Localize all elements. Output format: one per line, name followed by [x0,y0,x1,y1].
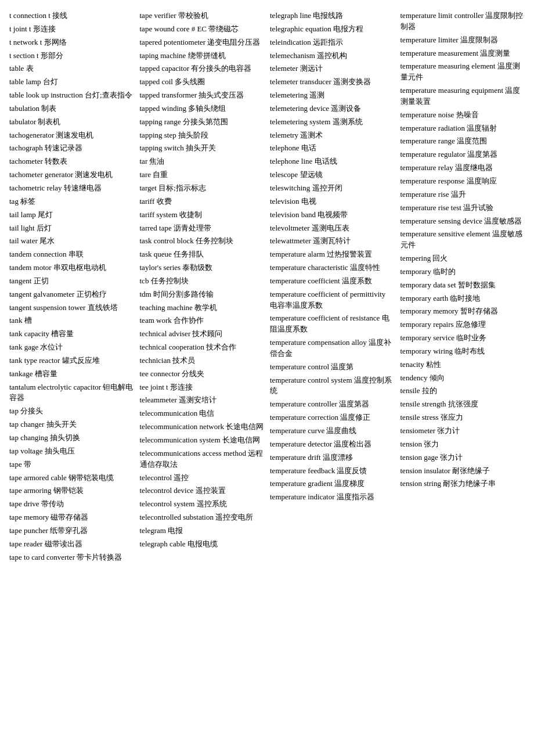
entry-english: technician [140,356,173,365]
entry-english: telemetering device [270,104,331,113]
entry-english: tandem connection [9,250,68,258]
entry-english: telecommunications access method [140,449,248,458]
entry-chinese: 带传动 [41,499,64,508]
list-item: tandem connection 串联 [9,249,134,260]
list-item: tabulator 制表机 [9,117,134,128]
entry-chinese: 遥测设备 [331,104,361,113]
list-item: tap voltage 抽头电压 [9,446,134,457]
list-item: telephone line 电话线 [270,156,395,167]
list-item: televoltmeter 遥测电压表 [270,223,395,234]
entry-english: telecontrolled substation [140,513,216,521]
entry-chinese: 临时接地 [450,294,480,303]
list-item: telemeter transducer 遥测变换器 [270,77,395,88]
list-item: t network t 形网络 [9,37,134,48]
entry-chinese: 多轴头绕组 [188,104,226,113]
entry-chinese: 电报方程 [333,24,363,33]
entry-english: tension gage [400,453,441,462]
list-item: tar 焦油 [140,156,265,167]
entry-chinese: 测速发电机 [75,170,113,179]
entry-english: temperature limit controller [400,11,486,20]
entry-english: tank [9,316,24,325]
entry-chinese: 递变电阻分压器 [207,38,260,46]
entry-english: telecontrol system [140,499,197,508]
list-item: tapping step 抽头阶段 [140,130,265,141]
entry-chinese: 钢带铠装电缆 [68,473,114,482]
list-item: tensiometer 张力计 [400,426,525,437]
entry-english: tenacity [400,360,426,369]
entry-chinese: 带校验机 [178,11,208,20]
list-item: teleswitching 遥控开闭 [270,183,395,194]
list-item: tape drive 带传动 [9,499,134,510]
entry-english: t joint t [9,24,33,33]
entry-english: tee connector [140,369,182,378]
entry-english: telegraph cable [140,539,187,548]
entry-chinese: 临时布线 [454,347,485,355]
entry-chinese: 电报线路 [313,11,343,20]
entry-english: temperature control [270,362,331,371]
entry-chinese: 直线铁塔 [88,303,118,312]
list-item: temperature limit controller 温度限制控制器 [400,10,525,33]
entry-chinese: 形部分 [41,51,63,60]
entry-chinese: 遥控装置 [196,486,226,495]
entry-chinese: 抽头开关 [186,143,216,152]
list-item: temperature characteristic 温度特性 [270,262,395,273]
list-item: tension string 耐张力绝缘子串 [400,478,525,489]
list-item: tap 分接头 [9,406,134,417]
entry-english: tag [9,197,20,206]
list-item: tariff system 收捷制 [140,210,265,221]
entry-english: tap voltage [9,447,45,455]
list-item: teleindication 远距指示 [270,37,395,48]
entry-chinese: 暂时数据集 [458,280,496,289]
entry-english: telegram [140,526,168,535]
list-item: temperature response 温度响应 [400,176,525,187]
entry-chinese: 长途电信网 [226,422,264,431]
entry-chinese: 电报 [168,526,183,535]
entry-english: temporary memory [400,307,460,315]
entry-english: tension [400,440,424,448]
list-item: tapping range 分接头第范围 [140,117,265,128]
list-item: telemechanism 遥控机构 [270,51,395,62]
entry-chinese: 张力计 [437,426,460,435]
list-item: tensile stress 张应力 [400,412,525,423]
entry-chinese: 正切 [34,276,49,285]
entry-english: temperature characteristic [270,263,350,272]
entry-chinese: 槽容量 [51,329,74,338]
entry-chinese: 温升 [451,190,466,199]
entry-english: telemeter transducer [270,77,333,86]
list-item: telecommunication 电信 [140,408,265,419]
entry-english: technical cooperation [140,343,207,351]
entry-english: table [9,64,26,73]
entry-chinese: 测速发电机 [56,131,93,139]
entry-chinese: 转数表 [45,157,67,165]
entry-english: telephone line [270,157,315,165]
entry-chinese: 抽头开关 [46,420,77,429]
entry-chinese: 抽头切换 [50,433,80,442]
entry-chinese: 绕带拼缝机 [188,51,226,60]
entry-chinese: 技术合作 [206,343,236,351]
list-item: tape to card converter 带卡片转换器 [9,552,134,563]
entry-english: tensile stress [400,413,441,422]
list-item: temperature alarm 过热报警装置 [270,249,395,260]
entry-english: tapping range [140,117,183,126]
entry-english: temperature curve [270,426,326,435]
entry-english: tensiometer [400,426,438,435]
list-item: telegram 电报 [140,525,265,537]
entry-chinese: 槽 [24,316,32,325]
list-item: temporary data set 暂时数据集 [400,280,525,291]
list-item: telemetering 遥测 [270,90,395,101]
list-item: tachogenerator 测速发电机 [9,130,134,141]
entry-english: tabulator [9,117,38,126]
entry-english: temperature measuring equipment [400,86,506,95]
entry-english: telemechanism [270,51,317,60]
entry-english: temperature indicator [270,492,337,501]
entry-english: technical adviser [140,329,193,338]
list-item: telescope 望远镜 [270,170,395,181]
entry-english: tape drive [9,499,41,508]
entry-chinese: 温度修正 [340,413,370,422]
entry-chinese: 温度梯度 [334,479,365,488]
entry-chinese: 转速继电器 [64,183,102,192]
entry-english: temperature radiation [400,124,467,132]
list-item: tape puncher 纸带穿孔器 [9,525,134,537]
entry-english: temperature coefficient [270,276,342,285]
entry-chinese: 耐张力绝缘子串 [443,479,496,488]
